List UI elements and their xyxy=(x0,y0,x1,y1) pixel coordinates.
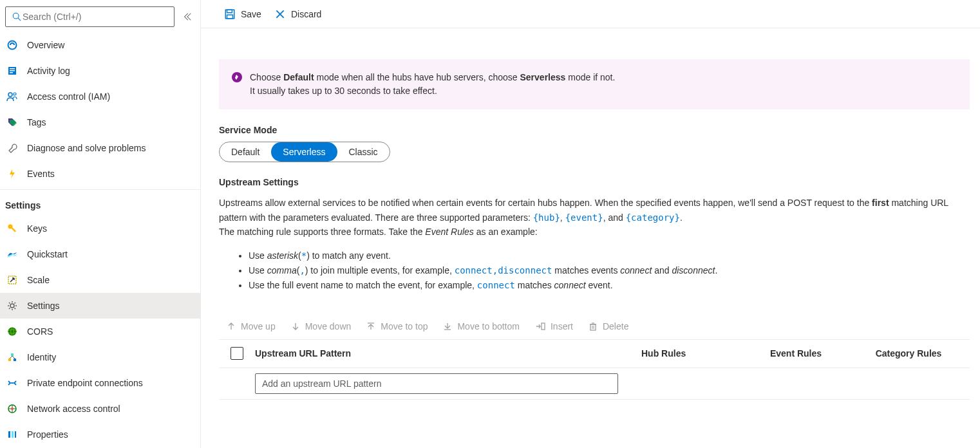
header-url: Upstream URL Pattern xyxy=(255,348,641,359)
svg-rect-28 xyxy=(12,431,14,438)
identity-icon xyxy=(6,351,18,363)
upstream-table: Upstream URL Pattern Hub Rules Event Rul… xyxy=(219,339,970,400)
list-item: Use the full event name to match the eve… xyxy=(249,278,970,293)
discard-button[interactable]: Discard xyxy=(274,8,321,20)
sidebar-item-activity-log[interactable]: Activity log xyxy=(0,58,200,84)
save-label: Save xyxy=(241,9,261,19)
delete-button[interactable]: Delete xyxy=(589,321,628,331)
list-item: Use asterisk(*) to match any event. xyxy=(249,248,970,263)
sidebar-item-label: Network access control xyxy=(27,404,120,414)
settings-icon xyxy=(6,300,18,312)
sidebar-item-diagnose[interactable]: Diagnose and solve problems xyxy=(0,135,200,161)
info-icon xyxy=(232,72,242,82)
svg-point-2 xyxy=(8,41,17,50)
save-button[interactable]: Save xyxy=(224,8,261,20)
content: Choose Default mode when all the hubs ha… xyxy=(201,28,980,410)
service-mode-serverless[interactable]: Serverless xyxy=(271,142,337,162)
move-down-button[interactable]: Move down xyxy=(291,321,352,331)
sidebar-item-label: Quickstart xyxy=(27,249,68,259)
table-header: Upstream URL Pattern Hub Rules Event Rul… xyxy=(219,340,970,368)
info-banner: Choose Default mode when all the hubs ha… xyxy=(219,59,970,109)
svg-rect-16 xyxy=(8,359,11,361)
sidebar-item-quickstart[interactable]: Quickstart xyxy=(0,241,200,267)
svg-point-13 xyxy=(8,328,17,336)
quickstart-icon xyxy=(6,248,18,260)
move-up-button[interactable]: Move up xyxy=(227,321,276,331)
search-input[interactable] xyxy=(23,12,169,22)
tags-icon xyxy=(6,117,18,128)
search-wrap xyxy=(0,6,200,32)
upstream-settings: Upstream Settings Upstreams allow extern… xyxy=(219,175,970,293)
sidebar-item-label: Access control (IAM) xyxy=(27,91,110,102)
svg-line-18 xyxy=(10,356,12,359)
svg-point-12 xyxy=(10,304,14,308)
sidebar-item-private-endpoint[interactable]: Private endpoint connections xyxy=(0,370,200,396)
cors-icon xyxy=(6,326,18,337)
save-icon xyxy=(224,8,236,20)
sidebar-item-label: Properties xyxy=(27,429,68,440)
sidebar-item-label: Activity log xyxy=(27,66,70,76)
svg-rect-29 xyxy=(15,431,16,438)
service-mode-classic[interactable]: Classic xyxy=(337,142,390,162)
upstream-rules-list: Use asterisk(*) to match any event. Use … xyxy=(249,248,970,293)
sidebar-item-label: Identity xyxy=(27,352,56,362)
svg-line-19 xyxy=(12,356,15,359)
svg-rect-17 xyxy=(14,359,16,361)
sidebar-item-network-access[interactable]: Network access control xyxy=(0,396,200,422)
header-hub: Hub Rules xyxy=(641,348,744,359)
sidebar-item-label: Settings xyxy=(27,301,60,311)
discard-label: Discard xyxy=(291,9,321,19)
svg-point-8 xyxy=(14,93,16,95)
sidebar-item-properties[interactable]: Properties xyxy=(0,422,200,447)
keys-icon xyxy=(6,223,18,234)
sidebar-item-label: Tags xyxy=(27,117,46,127)
svg-rect-32 xyxy=(227,15,233,19)
sidebar-item-cors[interactable]: CORS xyxy=(0,319,200,344)
svg-rect-10 xyxy=(12,227,16,232)
table-toolbar: Move up Move down Move to top Move to bo… xyxy=(219,321,970,331)
network-access-icon xyxy=(6,403,18,415)
discard-icon xyxy=(274,8,286,20)
sidebar-item-label: Private endpoint connections xyxy=(27,378,143,388)
sidebar-item-events[interactable]: Events xyxy=(0,161,200,187)
sidebar-item-settings[interactable]: Settings xyxy=(0,293,200,319)
svg-point-7 xyxy=(8,93,12,97)
insert-button[interactable]: Insert xyxy=(535,321,573,331)
sidebar-item-keys[interactable]: Keys xyxy=(0,216,200,241)
upstream-title: Upstream Settings xyxy=(219,175,970,189)
collapse-sidebar-button[interactable] xyxy=(180,9,195,24)
info-text: Choose Default mode when all the hubs ha… xyxy=(250,71,615,98)
sidebar-item-tags[interactable]: Tags xyxy=(0,109,200,135)
list-item: Use comma(,) to join multiple events, fo… xyxy=(249,263,970,278)
svg-rect-6 xyxy=(10,72,13,73)
svg-point-0 xyxy=(13,13,19,19)
sidebar-item-label: Keys xyxy=(27,223,47,234)
move-to-top-button[interactable]: Move to top xyxy=(366,321,428,331)
upstream-paragraph: Upstreams allow external services to be … xyxy=(219,196,970,239)
table-row xyxy=(219,368,970,399)
svg-rect-5 xyxy=(10,70,15,71)
events-icon xyxy=(6,168,18,180)
sidebar-item-overview[interactable]: Overview xyxy=(0,32,200,58)
command-bar: Save Discard xyxy=(201,0,980,28)
search-icon xyxy=(11,11,23,23)
sidebar-item-scale[interactable]: Scale xyxy=(0,267,200,293)
sidebar-item-label: Overview xyxy=(27,40,64,50)
svg-rect-27 xyxy=(8,431,10,438)
sidebar-item-identity[interactable]: Identity xyxy=(0,344,200,370)
activity-log-icon xyxy=(6,65,18,77)
overview-icon xyxy=(6,39,18,51)
sidebar-item-label: Events xyxy=(27,169,55,179)
svg-point-22 xyxy=(11,407,14,410)
svg-rect-4 xyxy=(10,68,15,70)
search-box[interactable] xyxy=(5,6,174,27)
service-mode-default[interactable]: Default xyxy=(220,142,271,162)
service-mode-group: Default Serverless Classic xyxy=(219,142,390,162)
svg-line-1 xyxy=(18,18,21,21)
sidebar-item-access-control[interactable]: Access control (IAM) xyxy=(0,84,200,109)
move-to-bottom-button[interactable]: Move to bottom xyxy=(443,321,520,331)
sidebar-item-label: CORS xyxy=(27,326,53,337)
upstream-url-input[interactable] xyxy=(255,373,618,394)
svg-rect-37 xyxy=(542,323,545,330)
select-all-checkbox[interactable] xyxy=(231,347,243,360)
